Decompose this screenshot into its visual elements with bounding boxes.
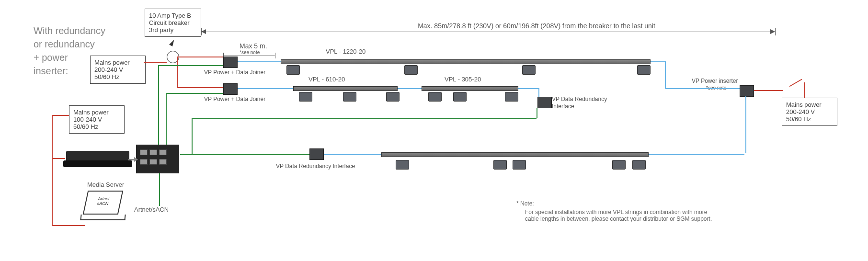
mount-icon	[637, 65, 651, 75]
mount-icon	[286, 65, 300, 75]
max5-line	[223, 56, 275, 56]
mount-icon	[396, 160, 409, 170]
vpl-top-label: VPL - 1220-20	[326, 48, 365, 56]
mount-icon	[505, 92, 518, 102]
port-icon	[159, 149, 167, 155]
vpl-mid-b-label: VPL - 305-20	[445, 76, 481, 83]
green-to-j2	[166, 93, 223, 94]
network-switch-icon	[136, 145, 179, 173]
mount-icon	[493, 160, 507, 170]
blue-top-feed	[238, 61, 281, 62]
port-icon	[140, 149, 148, 155]
port-icon	[140, 159, 148, 165]
mains-right-box: Mains power 200-240 V 50/60 Hz	[782, 98, 837, 126]
port-icon	[149, 149, 157, 155]
red-left-vert	[52, 115, 53, 226]
blue-mid-tail	[518, 88, 538, 89]
red-left-bot	[52, 225, 85, 226]
redundancy-interface-2-icon	[309, 148, 324, 160]
mount-icon	[386, 92, 400, 102]
red-to-joiner2	[177, 87, 223, 88]
laptop-icon: Artnet sACN	[85, 191, 126, 220]
mount-icon	[453, 92, 467, 102]
mount-icon	[299, 92, 312, 102]
blue-to-inserter	[666, 88, 740, 89]
blue-mid-drop	[538, 88, 539, 97]
joiner-2-label: VP Power + Data Joiner	[204, 96, 265, 103]
blue-top-tail	[651, 61, 666, 62]
red-inserter-out	[754, 90, 783, 91]
green-up	[158, 65, 159, 145]
vpl-mid-a-label: VPL - 610-20	[308, 76, 345, 83]
span-tick-r	[775, 28, 776, 35]
span-label: Max. 85m/278.8 ft (230V) or 60m/196.8ft …	[364, 22, 709, 31]
mount-icon	[522, 65, 536, 75]
joiner-2-icon	[223, 83, 238, 95]
span-arrow-l	[201, 29, 206, 34]
span-arrow-r	[770, 29, 775, 34]
diagram-title-2: or redundancy	[34, 38, 95, 50]
mount-icon	[428, 92, 442, 102]
diagram-title-4: inserter:	[34, 65, 68, 77]
mount-icon	[513, 160, 526, 170]
green-bot-run	[180, 154, 309, 155]
span-line	[201, 32, 775, 32]
port-icon	[149, 159, 157, 165]
vpl-mid-a-strip	[293, 86, 398, 91]
breaker-text: 10 Amp Type B Circuit breaker 3rd party	[149, 12, 191, 34]
red-switch-drop	[804, 82, 805, 98]
redundancy-label-2: VP Data Redundancy Interface	[276, 163, 355, 170]
mains-upper-box: Mains power 200-240 V 50/60 Hz	[90, 56, 146, 84]
artnet-label: Artnet/sACN	[134, 206, 169, 214]
max5-tick-r	[275, 53, 275, 58]
server-base-icon	[63, 160, 132, 167]
vpl-wiring-diagram: With redundancy or redundancy + power in…	[0, 0, 868, 261]
mount-icon	[632, 160, 646, 170]
mains-left-text: Mains power 100-240 V 50/60 Hz	[73, 109, 109, 130]
green-long-mid	[192, 118, 537, 119]
laptop-base-icon	[80, 215, 126, 220]
green-spur-up	[192, 118, 193, 154]
blue-down-from-inserter	[745, 96, 746, 153]
breaker-arrow-icon	[169, 39, 176, 46]
note-body: For special installations with more VPL …	[525, 209, 712, 222]
vpl-mid-b-strip	[422, 86, 518, 91]
green-up-2	[166, 93, 167, 145]
media-server-label: Media Server	[87, 181, 124, 189]
mount-icon	[404, 65, 418, 75]
arrow-head-icon	[134, 157, 138, 162]
mains-left-box: Mains power 100-240 V 50/60 Hz	[69, 105, 125, 134]
mains-upper-text: Mains power 200-240 V 50/60 Hz	[94, 59, 130, 80]
mount-icon	[612, 160, 626, 170]
redundancy-interface-icon	[537, 97, 552, 108]
joiner-1-label: VP Power + Data Joiner	[204, 69, 265, 76]
vpl-top-strip	[281, 59, 651, 64]
joiner-1-icon	[223, 57, 238, 68]
red-to-joiner1	[178, 57, 223, 57]
green-to-j1	[158, 65, 223, 66]
diagram-title-3: + power	[34, 52, 68, 64]
blue-mid-gap	[398, 88, 422, 89]
laptop-screen-text: Artnet sACN	[86, 192, 122, 206]
green-to-redund-mid	[537, 108, 537, 118]
red-left-top	[52, 115, 69, 116]
red-drop	[177, 57, 178, 88]
breaker-label-box: 10 Amp Type B Circuit breaker 3rd party	[145, 9, 201, 37]
mount-icon	[343, 92, 356, 102]
note-star: * Note:	[516, 200, 534, 207]
blue-top-drop	[665, 61, 666, 89]
red-switch-seg	[789, 79, 802, 87]
laptop-screen-icon: Artnet sACN	[83, 191, 124, 215]
mains-right-text: Mains power 200-240 V 50/60 Hz	[786, 101, 822, 123]
blue-mid-feed	[238, 88, 293, 89]
diagram-title: With redundancy	[34, 25, 105, 37]
green-drop-to-label	[159, 173, 160, 206]
red-feed-1	[144, 62, 167, 63]
blue-bot-tail	[649, 154, 744, 155]
max5-note: *see note	[240, 50, 260, 56]
blue-bot-in	[324, 154, 381, 155]
red-to-server	[52, 158, 65, 159]
port-icon	[159, 159, 167, 165]
max5-label: Max 5 m.	[240, 42, 267, 51]
power-inserter-icon	[740, 85, 754, 97]
